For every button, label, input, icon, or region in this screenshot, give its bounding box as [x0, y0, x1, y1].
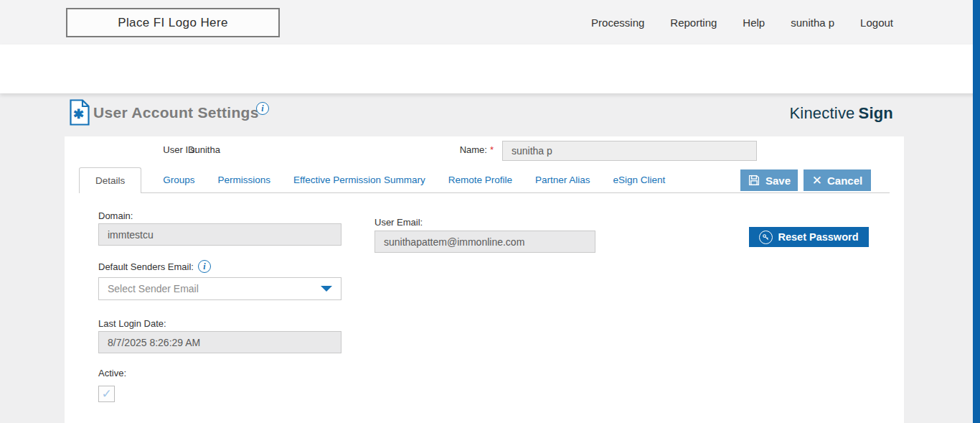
user-email-field	[374, 231, 595, 253]
cancel-button[interactable]: ✕ Cancel	[804, 169, 871, 191]
save-floppy-icon	[748, 174, 760, 187]
default-senders-email-placeholder: Select Sender Email	[108, 283, 321, 294]
checkmark-icon: ✓	[101, 386, 111, 401]
brand-logo: KinectiveSign	[789, 104, 893, 123]
svg-text:✱: ✱	[73, 107, 84, 121]
tab-details[interactable]: Details	[79, 167, 141, 193]
required-asterisk: *	[490, 144, 494, 155]
nav-item-processing[interactable]: Processing	[591, 17, 644, 29]
default-senders-email-info-icon[interactable]: i	[198, 260, 211, 273]
save-button[interactable]: Save	[740, 169, 798, 191]
page-scrollbar[interactable]	[973, 0, 980, 423]
last-login-label: Last Login Date:	[98, 318, 166, 329]
user-settings-doc-icon: ✱	[68, 99, 91, 129]
title-info-icon[interactable]: i	[256, 102, 269, 115]
user-account-card: User ID: sunitha Name:* Details Groups P…	[65, 136, 904, 423]
default-senders-email-select[interactable]: Select Sender Email	[98, 277, 341, 300]
fi-logo-text: Place FI Logo Here	[118, 16, 228, 30]
name-field[interactable]	[502, 141, 757, 161]
default-senders-email-label-row: Default Senders Email: i	[98, 260, 211, 273]
nav-item-username[interactable]: sunitha p	[791, 17, 834, 29]
top-bar: Place FI Logo Here Processing Reporting …	[0, 0, 980, 45]
reset-password-label: Reset Password	[778, 231, 858, 243]
nav-item-help[interactable]: Help	[743, 17, 765, 29]
brand-name: Kinective	[789, 104, 854, 122]
top-navigation: Processing Reporting Help sunitha p Logo…	[591, 0, 893, 45]
tab-groups[interactable]: Groups	[151, 167, 206, 192]
tab-remote-profile[interactable]: Remote Profile	[437, 167, 524, 192]
tab-permissions[interactable]: Permissions	[207, 167, 283, 192]
user-id-value: sunitha	[190, 144, 220, 155]
tab-partner-alias[interactable]: Partner Alias	[524, 167, 602, 192]
tab-esign-client[interactable]: eSign Client	[601, 167, 677, 192]
active-checkbox[interactable]: ✓	[98, 386, 115, 402]
tab-effective-permission-summary[interactable]: Effective Permission Summary	[282, 167, 437, 192]
save-button-label: Save	[765, 175, 791, 187]
chevron-down-icon	[321, 286, 332, 292]
user-email-label: User Email:	[374, 217, 423, 228]
cancel-x-icon: ✕	[812, 175, 822, 187]
page-title: User Account Settings	[93, 104, 259, 121]
active-label: Active:	[98, 368, 126, 378]
name-label: Name:*	[423, 144, 494, 155]
last-login-field	[98, 331, 341, 353]
page-header: ✱ User Account Settings i KinectiveSign	[0, 45, 980, 93]
reset-password-button[interactable]: Reset Password	[749, 227, 869, 247]
cancel-button-label: Cancel	[827, 175, 862, 187]
key-icon	[759, 231, 773, 244]
user-id-label: User ID:	[136, 144, 197, 155]
domain-field	[98, 223, 341, 246]
nav-item-logout[interactable]: Logout	[860, 17, 893, 29]
default-senders-email-label: Default Senders Email:	[98, 261, 194, 272]
nav-item-reporting[interactable]: Reporting	[670, 17, 717, 29]
domain-label: Domain:	[98, 210, 133, 221]
brand-product: Sign	[859, 104, 893, 122]
fi-logo-placeholder: Place FI Logo Here	[66, 8, 280, 37]
